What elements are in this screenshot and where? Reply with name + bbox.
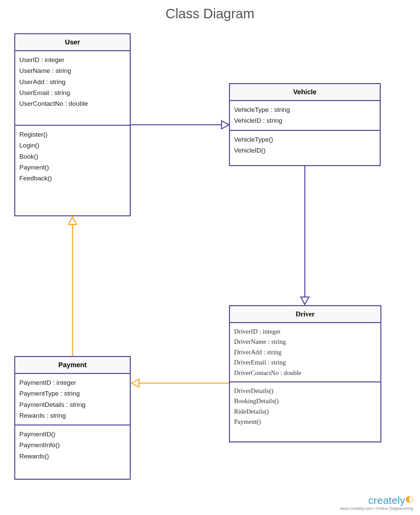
attribute: Rewards : string bbox=[19, 410, 126, 421]
method: VehicleType() bbox=[234, 134, 376, 145]
svg-marker-3 bbox=[301, 297, 309, 304]
method: BookingDetails() bbox=[234, 396, 376, 406]
class-driver-name: Driver bbox=[230, 306, 380, 323]
brand-name: creately bbox=[368, 495, 405, 506]
attribute: DriverAdd : string bbox=[234, 347, 376, 357]
attribute: DriverName : string bbox=[234, 337, 376, 347]
attribute: UserID : integer bbox=[19, 55, 126, 65]
class-payment-methods: PaymentID() PaymentInfo() Rewards() bbox=[15, 425, 130, 465]
svg-marker-7 bbox=[131, 379, 139, 387]
class-user-methods: Register() Login() Book() Payment() Feed… bbox=[15, 126, 130, 187]
method: VehicleID() bbox=[234, 145, 376, 156]
svg-marker-5 bbox=[68, 217, 77, 224]
method: Login() bbox=[19, 140, 126, 151]
attribute: DriverEmail : string bbox=[234, 357, 376, 368]
attribute: DriverID : integer bbox=[234, 326, 376, 337]
class-user[interactable]: User UserID : integer UserName : string … bbox=[14, 33, 131, 216]
attribute: VehicleType : string bbox=[234, 104, 376, 115]
relation-payment-user bbox=[68, 217, 77, 356]
method: PaymentID() bbox=[19, 429, 126, 440]
attribute: UserContactNo : double bbox=[19, 98, 126, 109]
attribute: PaymentID : integer bbox=[19, 377, 126, 388]
method: Rewards() bbox=[19, 451, 126, 462]
relation-user-vehicle bbox=[131, 121, 229, 129]
method: Register() bbox=[19, 129, 126, 140]
class-driver[interactable]: Driver DriverID : integer DriverName : s… bbox=[229, 305, 381, 442]
attribute: VehicleID : string bbox=[234, 115, 376, 126]
method: RideDetails() bbox=[234, 407, 376, 417]
class-user-attributes: UserID : integer UserName : string UserA… bbox=[15, 51, 130, 126]
brand-logo: creately◐ bbox=[340, 494, 413, 506]
attribute: DriverContactNo : double bbox=[234, 368, 376, 378]
bulb-icon: ◐ bbox=[405, 494, 414, 504]
class-payment[interactable]: Payment PaymentID : integer PaymentType … bbox=[14, 356, 131, 480]
attribute: UserName : string bbox=[19, 65, 126, 76]
class-vehicle[interactable]: Vehicle VehicleType : string VehicleID :… bbox=[229, 83, 381, 166]
svg-marker-1 bbox=[222, 121, 229, 129]
class-driver-attributes: DriverID : integer DriverName : string D… bbox=[230, 323, 380, 382]
class-vehicle-attributes: VehicleType : string VehicleID : string bbox=[230, 101, 380, 131]
class-driver-methods: DriverDetails() BookingDetails() RideDet… bbox=[230, 382, 380, 431]
brand-tagline: www.creately.com • Online Diagramming bbox=[340, 506, 413, 511]
class-vehicle-methods: VehicleType() VehicleID() bbox=[230, 131, 380, 160]
method: PaymentInfo() bbox=[19, 440, 126, 451]
method: Feedback() bbox=[19, 173, 126, 184]
attribute: UserAdd : string bbox=[19, 77, 126, 87]
attribute: PaymentType : string bbox=[19, 388, 126, 399]
diagram-title: Class Diagram bbox=[0, 6, 420, 21]
method: Payment() bbox=[19, 162, 126, 173]
attribute: PaymentDetails : string bbox=[19, 399, 126, 410]
class-payment-name: Payment bbox=[15, 357, 130, 374]
relation-vehicle-driver bbox=[301, 166, 309, 304]
class-vehicle-name: Vehicle bbox=[230, 84, 380, 101]
attribute: UserEmail : string bbox=[19, 87, 126, 98]
class-payment-attributes: PaymentID : integer PaymentType : string… bbox=[15, 374, 130, 425]
class-user-name: User bbox=[15, 34, 130, 51]
relation-driver-payment bbox=[131, 379, 229, 387]
method: Book() bbox=[19, 151, 126, 162]
footer: creately◐ www.creately.com • Online Diag… bbox=[340, 494, 413, 511]
method: DriverDetails() bbox=[234, 386, 376, 396]
method: Payment() bbox=[234, 417, 376, 427]
